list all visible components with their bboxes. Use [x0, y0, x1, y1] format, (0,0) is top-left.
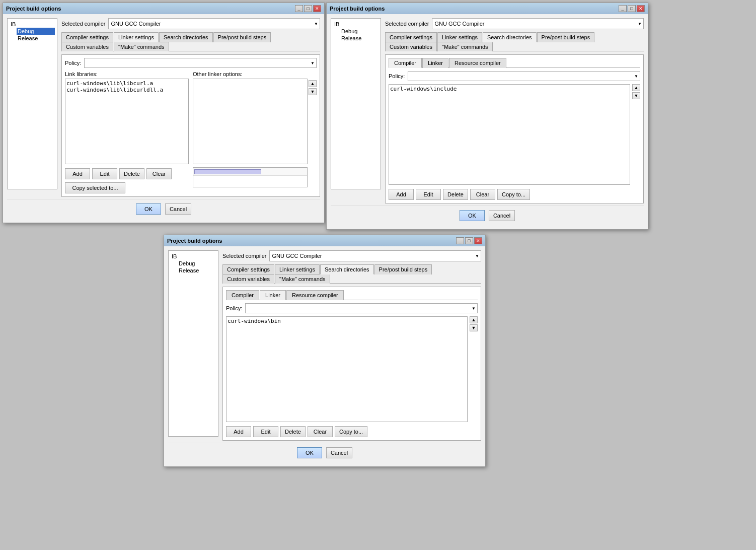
- win3-ok-btn[interactable]: OK: [297, 447, 322, 458]
- win1-cancel-btn[interactable]: Cancel: [165, 203, 191, 215]
- tab-compiler-settings-2[interactable]: Compiler settings: [385, 32, 437, 42]
- win3-tree-debug[interactable]: Debug: [178, 260, 216, 267]
- win3-scroll: ▲ ▼: [470, 316, 478, 331]
- win3-sub-tab-resource[interactable]: Resource compiler: [286, 290, 344, 300]
- win2-scroll-up[interactable]: ▲: [632, 84, 640, 91]
- win3-dir-area: curl-windows\bin ▲ ▼: [226, 316, 478, 423]
- win1-title: Project build options: [6, 6, 61, 12]
- win2-delete-btn[interactable]: Delete: [443, 189, 468, 200]
- win2-policy-select[interactable]: [408, 71, 640, 81]
- win3-tree-root[interactable]: IB: [171, 253, 216, 260]
- win1-clear-btn[interactable]: Clear: [146, 168, 172, 179]
- tab-linker-settings-2[interactable]: Linker settings: [437, 32, 482, 42]
- win1-link-lib-label: Link libraries:: [65, 71, 189, 77]
- win3-search-panel: Compiler Linker Resource compiler Policy…: [222, 287, 481, 441]
- win3-policy-select[interactable]: [245, 303, 478, 313]
- tab-pre-post-2[interactable]: Pre/post build steps: [537, 32, 595, 42]
- win1-close[interactable]: ✕: [313, 5, 321, 12]
- win1-body: IB Debug Release Selected compiler GNU G…: [3, 14, 324, 223]
- win3-compiler-select[interactable]: GNU GCC Compiler: [269, 250, 481, 261]
- win1-compiler-select-wrapper: GNU GCC Compiler: [108, 18, 320, 29]
- win2-tree-root[interactable]: IB: [333, 21, 379, 28]
- win3-edit-btn[interactable]: Edit: [253, 426, 278, 437]
- win2-sub-tab-linker[interactable]: Linker: [422, 58, 448, 68]
- win3-directories[interactable]: curl-windows\bin: [226, 316, 468, 422]
- win1-ok-btn[interactable]: OK: [136, 203, 161, 215]
- tree-root-ib[interactable]: IB: [10, 21, 55, 28]
- win3-footer: OK Cancel: [168, 443, 481, 462]
- win2-edit-btn[interactable]: Edit: [416, 189, 441, 200]
- win1-other-linker[interactable]: [193, 79, 308, 164]
- win2-close[interactable]: ✕: [637, 5, 645, 12]
- tab-make-1[interactable]: "Make" commands: [114, 42, 169, 51]
- tab-compiler-settings-1[interactable]: Compiler settings: [61, 32, 113, 42]
- tab-search-dirs-1[interactable]: Search directories: [159, 32, 213, 42]
- tree-release[interactable]: Release: [17, 35, 55, 42]
- win3-copy-btn[interactable]: Copy to...: [335, 426, 367, 437]
- win2-cancel-btn[interactable]: Cancel: [489, 210, 515, 221]
- tab-linker-settings-1[interactable]: Linker settings: [114, 32, 159, 42]
- tab-linker-settings-3[interactable]: Linker settings: [275, 264, 320, 274]
- tab-search-dirs-3[interactable]: Search directories: [320, 264, 374, 274]
- tab-pre-post-3[interactable]: Pre/post build steps: [374, 264, 432, 274]
- tab-custom-vars-2[interactable]: Custom variables: [385, 42, 437, 51]
- win2-copy-btn[interactable]: Copy to...: [497, 189, 530, 200]
- win3-scroll-down[interactable]: ▼: [470, 324, 478, 331]
- win1-copy-btn[interactable]: Copy selected to...: [65, 182, 125, 193]
- win3-cancel-btn[interactable]: Cancel: [326, 447, 352, 458]
- win3-scroll-up[interactable]: ▲: [470, 316, 478, 323]
- win2-add-btn[interactable]: Add: [389, 189, 414, 200]
- win1-compiler-row: Selected compiler GNU GCC Compiler: [61, 18, 320, 29]
- win1-compiler-select[interactable]: GNU GCC Compiler: [108, 18, 320, 29]
- win2-ok-btn[interactable]: OK: [460, 210, 485, 221]
- win2-tree-release[interactable]: Release: [340, 35, 379, 42]
- win3-minimize[interactable]: _: [456, 237, 464, 244]
- title-bar-3: Project build options _ □ ✕: [164, 235, 485, 246]
- win2-sub-tab-compiler[interactable]: Compiler: [389, 58, 422, 68]
- win3-right: Selected compiler GNU GCC Compiler Compi…: [222, 250, 481, 441]
- win1-main: IB Debug Release Selected compiler GNU G…: [7, 18, 320, 197]
- win3-delete-btn[interactable]: Delete: [280, 426, 306, 437]
- win3-clear-btn[interactable]: Clear: [308, 426, 333, 437]
- win3-sub-tab-linker[interactable]: Linker: [260, 290, 286, 300]
- win2-compiler-select[interactable]: GNU GCC Compiler: [432, 18, 644, 29]
- win1-maximize[interactable]: □: [304, 5, 312, 12]
- tab-make-2[interactable]: "Make" commands: [437, 42, 493, 51]
- win2-tree-debug[interactable]: Debug: [340, 28, 379, 35]
- tab-pre-post-1[interactable]: Pre/post build steps: [213, 32, 271, 42]
- win1-policy-select[interactable]: [84, 58, 317, 68]
- win1-scroll-up[interactable]: ▲: [309, 80, 317, 87]
- win2-directories[interactable]: curl-windows\include: [389, 84, 630, 185]
- win2-title: Project build options: [330, 6, 385, 12]
- win1-add-btn[interactable]: Add: [65, 168, 90, 179]
- win1-edit-btn[interactable]: Edit: [92, 168, 117, 179]
- win2-footer: OK Cancel: [331, 205, 644, 225]
- tree-debug[interactable]: Debug: [17, 28, 55, 35]
- win1-minimize[interactable]: _: [295, 5, 303, 12]
- win2-maximize[interactable]: □: [628, 5, 636, 12]
- win2-minimize[interactable]: _: [619, 5, 627, 12]
- win1-delete-btn[interactable]: Delete: [119, 168, 144, 179]
- tab-compiler-settings-3[interactable]: Compiler settings: [222, 264, 274, 274]
- tab-search-dirs-2[interactable]: Search directories: [483, 32, 537, 42]
- win3-maximize[interactable]: □: [465, 237, 473, 244]
- win3-close[interactable]: ✕: [474, 237, 482, 244]
- win3-tree-release[interactable]: Release: [178, 267, 216, 274]
- win2-sub-tab-resource[interactable]: Resource compiler: [449, 58, 506, 68]
- win2-clear-btn[interactable]: Clear: [470, 189, 495, 200]
- tab-make-3[interactable]: "Make" commands: [275, 274, 330, 284]
- tab-custom-vars-1[interactable]: Custom variables: [61, 42, 113, 51]
- tab-custom-vars-3[interactable]: Custom variables: [222, 274, 274, 284]
- win1-scroll-arrows: ▲ ▼: [309, 80, 317, 95]
- win1-scroll-down[interactable]: ▼: [309, 88, 317, 95]
- win1-link-libraries[interactable]: curl-windows\lib\libcurl.a curl-windows\…: [65, 79, 189, 164]
- win2-scroll-down[interactable]: ▼: [632, 92, 640, 99]
- win1-policy-row: Policy:: [65, 58, 317, 68]
- win1-controls: _ □ ✕: [295, 5, 321, 12]
- win3-policy-select-wrapper: [245, 303, 478, 313]
- win3-buttons: Add Edit Delete Clear Copy to...: [226, 426, 478, 437]
- win3-compiler-select-wrapper: GNU GCC Compiler: [269, 250, 481, 261]
- title-bar-2: Project build options _ □ ✕: [327, 3, 648, 14]
- win3-add-btn[interactable]: Add: [226, 426, 251, 437]
- win3-sub-tab-compiler[interactable]: Compiler: [226, 290, 259, 300]
